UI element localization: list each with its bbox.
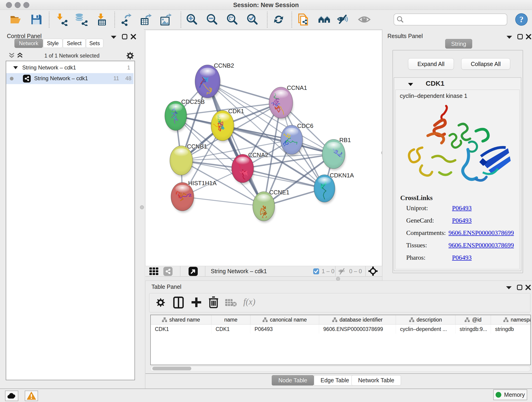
network-node-CDC25B[interactable]: CDC25B — [165, 98, 205, 132]
open-session-icon[interactable] — [9, 13, 22, 26]
tab-network[interactable]: Network — [14, 39, 43, 48]
network-node-CDK1[interactable]: CDK1 — [208, 108, 244, 142]
tab-string[interactable]: String — [445, 39, 472, 49]
table-cell[interactable]: cyclin–dependent ... — [396, 325, 456, 334]
save-session-icon[interactable] — [30, 13, 43, 26]
horizontal-splitter-handle[interactable] — [336, 277, 340, 281]
column-header--id[interactable]: @id — [456, 315, 491, 324]
network-edge[interactable] — [182, 197, 264, 206]
table-toolbar: f(x) — [149, 293, 530, 313]
panel-float-icon[interactable] — [517, 285, 522, 290]
tab-network-table[interactable]: Network Table — [351, 375, 401, 385]
tab-node-table[interactable]: Node Table — [272, 375, 314, 385]
panel-collapse-icon[interactable] — [506, 286, 512, 289]
collapse-all-button[interactable]: Collapse All — [461, 58, 510, 70]
table-cell[interactable]: stringdb — [491, 325, 531, 334]
node-table: shared namenamecanonical namedatabase id… — [150, 315, 531, 365]
hide-selected-icon[interactable] — [337, 13, 350, 26]
tab-select[interactable]: Select — [63, 39, 86, 48]
network-node-RB1[interactable]: RB1 — [322, 137, 351, 170]
import-network-from-file-icon[interactable] — [56, 13, 68, 26]
table-cell[interactable]: 9606.ENSP00000378699 — [319, 325, 396, 334]
left-splitter-handle[interactable] — [140, 205, 144, 209]
show-all-icon[interactable] — [358, 13, 371, 26]
network-options-gear-icon[interactable] — [126, 51, 135, 61]
help-icon[interactable]: ? — [515, 13, 528, 26]
tab-style[interactable]: Style — [43, 39, 63, 48]
expand-all-button[interactable]: Expand All — [408, 58, 454, 70]
network-node-CCNA2[interactable]: CCNA2 — [230, 152, 268, 184]
crosslink-value-link[interactable]: 9606.ENSP00000378699 — [449, 242, 514, 249]
network-edge[interactable] — [208, 81, 264, 206]
table-row[interactable]: CDK1CDK1P064939606.ENSP00000378699cyclin… — [151, 325, 530, 334]
memory-button[interactable]: Memory — [493, 389, 527, 400]
refresh-icon[interactable] — [272, 13, 285, 26]
zoom-fit-icon[interactable] — [226, 13, 239, 26]
panel-float-icon[interactable] — [517, 34, 523, 39]
crosslink-value-link[interactable]: P06493 — [452, 254, 472, 261]
network-node-CCNE1[interactable]: CCNE1 — [253, 189, 289, 223]
crosslink-value-link[interactable]: P06493 — [452, 217, 472, 224]
column-header-shared-name[interactable]: shared name — [151, 315, 211, 324]
duplicate-network-icon[interactable] — [297, 13, 310, 26]
panel-close-icon[interactable] — [131, 34, 136, 39]
network-thumbnail-icon[interactable] — [163, 267, 173, 276]
network-node-HIST1H1A[interactable]: HIST1H1A — [171, 180, 217, 212]
table-cell[interactable]: stringdb:9... — [456, 325, 491, 334]
table-hscrollbar-track[interactable] — [150, 366, 530, 371]
search-field[interactable] — [394, 13, 507, 26]
panel-collapse-icon[interactable] — [506, 35, 512, 39]
export-table-icon[interactable] — [139, 13, 152, 26]
gene-collapse-icon[interactable] — [408, 83, 413, 86]
tab-sets[interactable]: Sets — [86, 39, 103, 48]
tab-edge-table[interactable]: Edge Table — [314, 375, 356, 385]
table-panel: Table Panel f(x) shared namenamecanonica… — [145, 281, 532, 389]
toolbar-separator — [114, 12, 115, 28]
search-input[interactable] — [404, 16, 501, 23]
column-header-namespace[interactable]: namespace — [491, 315, 531, 324]
zoom-selected-icon[interactable] — [246, 13, 259, 26]
export-image-icon[interactable] — [159, 13, 172, 26]
network-graph[interactable]: CCNB2CCNA1CDC25BCDK1CDC6RB1CCNB1CCNA2CDK… — [146, 31, 382, 266]
import-network-from-database-icon[interactable] — [75, 13, 88, 26]
column-header-database-identifier[interactable]: database identifier — [319, 315, 396, 324]
panel-collapse-icon[interactable] — [111, 35, 117, 39]
show-columns-icon[interactable] — [173, 297, 184, 308]
import-table-from-file-icon[interactable] — [96, 13, 109, 26]
crosslink-value-link[interactable]: 9606.ENSP00000378699 — [449, 229, 514, 236]
network-canvas[interactable]: CCNB2CCNA1CDC25BCDK1CDC6RB1CCNB1CCNA2CDK… — [145, 31, 382, 266]
tree-expand-icon[interactable] — [13, 66, 18, 70]
add-column-icon[interactable] — [191, 297, 202, 307]
node-label-CDKN1A: CDKN1A — [330, 172, 354, 179]
network-node-CDKN1A[interactable]: CDKN1A — [314, 172, 354, 204]
table-panel-title: Table Panel — [152, 283, 181, 290]
table-cell[interactable]: CDK1 — [211, 325, 250, 334]
panel-close-icon[interactable] — [525, 285, 531, 290]
network-row-selected[interactable]: String Network – cdk1 11 48 — [6, 73, 133, 84]
column-header-canonical-name[interactable]: canonical name — [250, 315, 319, 324]
warnings-button[interactable] — [25, 390, 38, 401]
cloud-status-button[interactable] — [5, 390, 18, 401]
fit-selected-crosshair-icon[interactable] — [368, 267, 378, 276]
network-view-toolbar: String Network – cdk1 1 – 0 0 – 0 — [145, 266, 382, 277]
network-view-title: String Network – cdk1 — [211, 268, 267, 274]
column-header-name[interactable]: name — [211, 315, 250, 324]
zoom-in-icon[interactable] — [186, 13, 198, 26]
delete-column-icon[interactable] — [209, 296, 219, 308]
panel-close-icon[interactable] — [526, 34, 531, 39]
export-network-icon[interactable] — [120, 13, 133, 26]
grid-view-icon[interactable] — [149, 268, 159, 275]
table-cell[interactable]: P06493 — [250, 325, 319, 334]
crosslink-value-link[interactable]: P06493 — [452, 204, 472, 212]
selected-nodes-checkbox[interactable] — [313, 268, 319, 274]
first-neighbors-icon[interactable] — [318, 13, 331, 26]
table-cell[interactable]: CDK1 — [151, 325, 211, 334]
zoom-out-icon[interactable] — [206, 13, 219, 26]
birds-eye-view-icon[interactable] — [188, 267, 198, 276]
network-node-CCNA1[interactable]: CCNA1 — [269, 84, 307, 120]
network-collection-row[interactable]: String Network – cdk1 1 — [6, 63, 133, 73]
panel-float-icon[interactable] — [122, 34, 127, 39]
column-header-description[interactable]: description — [396, 315, 456, 324]
table-hscrollbar-thumb[interactable] — [152, 367, 191, 370]
table-settings-gear-icon[interactable] — [155, 297, 166, 308]
